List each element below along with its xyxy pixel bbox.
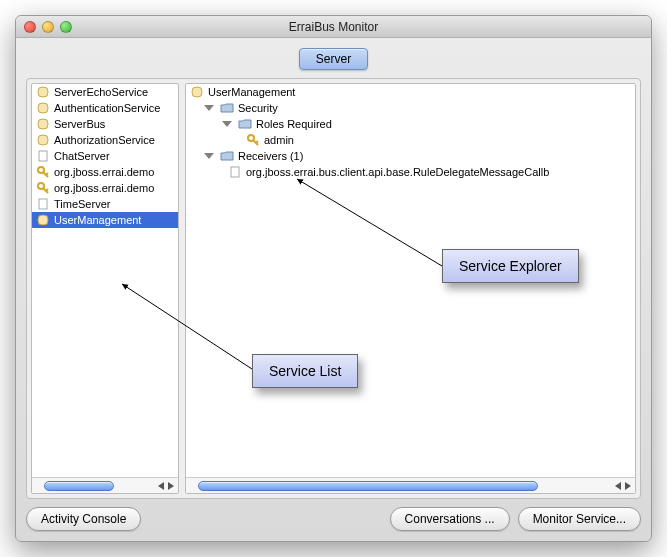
- tree-label: Receivers (1): [238, 150, 303, 162]
- key-icon: [36, 165, 50, 179]
- bean-icon: [36, 85, 50, 99]
- list-item[interactable]: ChatServer: [32, 148, 178, 164]
- list-item[interactable]: ServerEchoService: [32, 84, 178, 100]
- key-icon: [246, 133, 260, 147]
- folder-icon: [220, 101, 234, 115]
- tree-label: admin: [264, 134, 294, 146]
- svg-rect-5: [231, 167, 239, 177]
- svg-rect-3: [39, 199, 47, 209]
- bean-icon: [36, 117, 50, 131]
- list-item-label: ChatServer: [54, 150, 110, 162]
- svg-rect-0: [39, 151, 47, 161]
- content-area: ServerEchoService AuthenticationService …: [26, 78, 641, 499]
- scroll-right-button[interactable]: [623, 479, 633, 493]
- zoom-window-button[interactable]: [60, 21, 72, 33]
- chevron-down-icon[interactable]: [204, 153, 214, 159]
- service-explorer-panel: UserManagement Security Roles Required a…: [185, 83, 636, 494]
- folder-icon: [220, 149, 234, 163]
- close-window-button[interactable]: [24, 21, 36, 33]
- chevron-down-icon[interactable]: [204, 105, 214, 111]
- minimize-window-button[interactable]: [42, 21, 54, 33]
- tab-server[interactable]: Server: [299, 48, 368, 70]
- list-item[interactable]: UserManagement: [32, 212, 178, 228]
- traffic-lights: [24, 21, 72, 33]
- titlebar[interactable]: ErraiBus Monitor: [16, 16, 651, 38]
- list-item-label: TimeServer: [54, 198, 110, 210]
- list-item[interactable]: org.jboss.errai.demo: [32, 180, 178, 196]
- list-item-label: AuthorizationService: [54, 134, 155, 146]
- window-title: ErraiBus Monitor: [16, 20, 651, 34]
- list-item[interactable]: TimeServer: [32, 196, 178, 212]
- list-item[interactable]: org.jboss.errai.demo: [32, 164, 178, 180]
- tree-node-roles-required[interactable]: Roles Required: [186, 116, 635, 132]
- monitor-service-button[interactable]: Monitor Service...: [518, 507, 641, 531]
- chevron-down-icon[interactable]: [222, 121, 232, 127]
- bean-icon: [36, 213, 50, 227]
- scroll-thumb[interactable]: [198, 481, 538, 491]
- main-window: ErraiBus Monitor Server ServerEchoServic…: [15, 15, 652, 542]
- list-item[interactable]: AuthenticationService: [32, 100, 178, 116]
- scroll-right-button[interactable]: [166, 479, 176, 493]
- folder-icon: [238, 117, 252, 131]
- file-icon: [36, 149, 50, 163]
- list-item-label: org.jboss.errai.demo: [54, 182, 154, 194]
- tree-leaf-receiver[interactable]: org.jboss.errai.bus.client.api.base.Rule…: [186, 164, 635, 180]
- scroll-thumb[interactable]: [44, 481, 114, 491]
- scroll-left-button[interactable]: [156, 479, 166, 493]
- bean-icon: [190, 85, 204, 99]
- service-list[interactable]: ServerEchoService AuthenticationService …: [32, 84, 178, 477]
- tree-label: Security: [238, 102, 278, 114]
- file-icon: [36, 197, 50, 211]
- list-item-label: org.jboss.errai.demo: [54, 166, 154, 178]
- tree-node-security[interactable]: Security: [186, 100, 635, 116]
- tree-leaf-admin[interactable]: admin: [186, 132, 635, 148]
- list-item-label: AuthenticationService: [54, 102, 160, 114]
- tree-label: Roles Required: [256, 118, 332, 130]
- tree-label: org.jboss.errai.bus.client.api.base.Rule…: [246, 166, 549, 178]
- tree-root[interactable]: UserManagement: [186, 84, 635, 100]
- bean-icon: [36, 133, 50, 147]
- service-list-panel: ServerEchoService AuthenticationService …: [31, 83, 179, 494]
- list-item-label: ServerEchoService: [54, 86, 148, 98]
- list-item[interactable]: AuthorizationService: [32, 132, 178, 148]
- scrollbar-horizontal[interactable]: [32, 477, 178, 493]
- list-item-label: ServerBus: [54, 118, 105, 130]
- tree-node-receivers[interactable]: Receivers (1): [186, 148, 635, 164]
- key-icon: [36, 181, 50, 195]
- tree-label: UserManagement: [208, 86, 295, 98]
- scroll-left-button[interactable]: [613, 479, 623, 493]
- file-icon: [228, 165, 242, 179]
- scrollbar-horizontal[interactable]: [186, 477, 635, 493]
- service-tree[interactable]: UserManagement Security Roles Required a…: [186, 84, 635, 477]
- tab-bar: Server: [16, 38, 651, 70]
- bean-icon: [36, 101, 50, 115]
- conversations-button[interactable]: Conversations ...: [390, 507, 510, 531]
- list-item-label: UserManagement: [54, 214, 141, 226]
- bottom-bar: Activity Console Conversations ... Monit…: [16, 505, 651, 541]
- activity-console-button[interactable]: Activity Console: [26, 507, 141, 531]
- list-item[interactable]: ServerBus: [32, 116, 178, 132]
